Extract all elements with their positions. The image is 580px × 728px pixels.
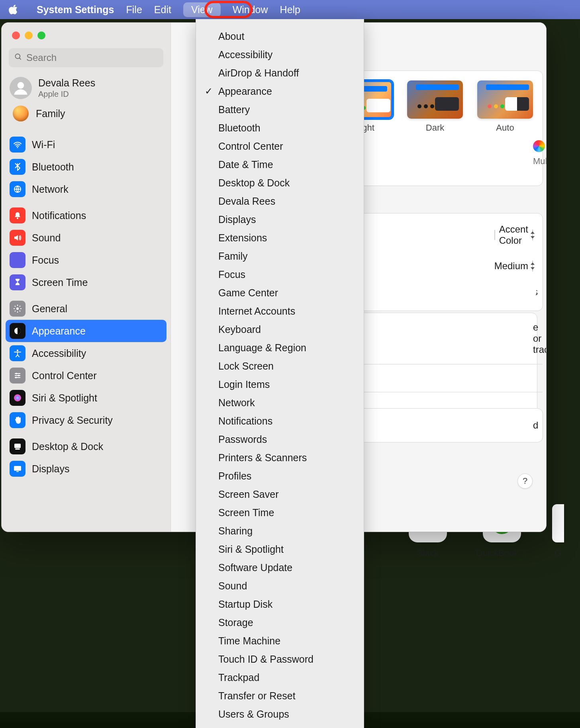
close-window-button[interactable] (12, 31, 20, 39)
svg-rect-13 (14, 444, 21, 448)
sidebar-item-label: Displays (32, 463, 69, 475)
svg-point-5 (17, 217, 18, 219)
menubar-item-file[interactable]: File (126, 4, 142, 16)
sidebar-item-notifications[interactable]: Notifications (6, 204, 167, 227)
sidebar-item-label: Privacy & Security (32, 415, 113, 426)
menu-item[interactable]: Accessibility (196, 45, 364, 64)
partial-app-icon (552, 504, 564, 542)
scrollbar-option-row[interactable] (350, 364, 543, 392)
menu-item[interactable]: Users & Groups (196, 705, 364, 723)
sidebar-item-privacy[interactable]: Privacy & Security (6, 409, 167, 431)
menu-item[interactable]: Storage (196, 613, 364, 632)
sidebar-item-bluetooth[interactable]: Bluetooth (6, 156, 167, 178)
menu-item[interactable]: Login Items (196, 375, 364, 393)
menu-item[interactable]: Displays (196, 210, 364, 229)
account-name: Devala Rees (38, 77, 95, 89)
menu-item[interactable]: Internet Accounts (196, 302, 364, 320)
account-sub: Apple ID (38, 90, 95, 99)
menu-item[interactable]: Language & Region (196, 339, 364, 357)
svg-point-12 (14, 394, 21, 401)
menubar-item-view[interactable]: View (183, 2, 221, 17)
menu-item[interactable]: Passwords (196, 430, 364, 448)
sidebar-item-family[interactable]: Family (2, 103, 170, 127)
menu-item[interactable]: Devala Rees (196, 192, 364, 210)
menu-item[interactable]: Focus (196, 265, 364, 284)
sidebar-item-wifi[interactable]: Wi-Fi (6, 133, 167, 156)
gear-icon (10, 301, 25, 317)
search-input[interactable] (25, 52, 158, 64)
menu-item[interactable]: Time Machine (196, 632, 364, 650)
menu-item[interactable]: Family (196, 247, 364, 265)
sidebar-icon-size-value: Medium (494, 260, 528, 272)
highlight-color-stepper[interactable] (532, 229, 533, 241)
menu-item[interactable]: About (196, 27, 364, 45)
menu-item[interactable]: Trackpad (196, 668, 364, 687)
sidebar-item-appearance[interactable]: Appearance (6, 320, 167, 342)
menu-item[interactable]: Software Update (196, 558, 364, 577)
menu-item[interactable]: Screen Time (196, 503, 364, 522)
menu-item[interactable]: Keyboard (196, 320, 364, 339)
menu-overflow-chevron-icon[interactable] (196, 723, 364, 728)
menubar-item-help[interactable]: Help (280, 4, 300, 16)
minimize-window-button[interactable] (25, 31, 33, 39)
apple-icon[interactable] (9, 4, 18, 15)
a11y-icon (10, 345, 25, 361)
appearance-mode-auto[interactable] (477, 80, 533, 119)
sidebar-item-network[interactable]: Network (6, 178, 167, 200)
menu-item[interactable]: Extensions (196, 229, 364, 247)
sliders-icon (10, 368, 25, 384)
sidebar-item-accessibility[interactable]: Accessibility (6, 342, 167, 364)
sidebar-item-general[interactable]: General (6, 297, 167, 320)
help-button[interactable]: ? (517, 474, 533, 489)
menu-item[interactable]: Siri & Spotlight (196, 540, 364, 558)
menu-item[interactable]: Appearance (196, 82, 364, 100)
sidebar-item-displays[interactable]: Displays (6, 458, 167, 480)
menu-item[interactable]: Printers & Scanners (196, 448, 364, 467)
menu-item[interactable]: Date & Time (196, 155, 364, 174)
sidebar-item-sound[interactable]: Sound (6, 227, 167, 249)
accent-color-options (533, 140, 547, 152)
svg-point-11 (15, 377, 17, 378)
sidebar-item-screen-time[interactable]: Screen Time (6, 271, 167, 294)
sidebar-item-focus[interactable]: Focus (6, 249, 167, 271)
menu-item[interactable]: Touch ID & Password (196, 650, 364, 668)
sidebar-item-label: Accessibility (32, 348, 86, 359)
menubar-item-edit[interactable]: Edit (154, 4, 171, 16)
menu-item[interactable]: Profiles (196, 467, 364, 485)
menu-item[interactable]: Battery (196, 100, 364, 119)
search-field[interactable] (9, 48, 163, 67)
sidebar-item-desktop-dock[interactable]: Desktop & Dock (6, 435, 167, 458)
menu-item[interactable]: Game Center (196, 284, 364, 302)
scrollbar-option-row[interactable]: e or trackpad (350, 313, 543, 364)
menu-item[interactable]: Startup Disk (196, 595, 364, 613)
sidebar-icon-size-stepper[interactable] (532, 260, 533, 272)
menu-item[interactable]: Transfer or Reset (196, 687, 364, 705)
sidebar-item-siri[interactable]: Siri & Spotlight (6, 387, 167, 409)
menubar-app-name[interactable]: System Settings (37, 4, 114, 16)
menubar-item-window[interactable]: Window (233, 4, 268, 16)
menu-item[interactable]: Control Center (196, 137, 364, 155)
svg-rect-16 (16, 471, 19, 472)
sidebar-item-control-center[interactable]: Control Center (6, 364, 167, 387)
sidebar-account[interactable]: Devala Rees Apple ID (2, 70, 170, 103)
menu-item[interactable]: Network (196, 393, 364, 412)
menu-item[interactable]: Lock Screen (196, 357, 364, 375)
menu-item[interactable]: Sound (196, 577, 364, 595)
menu-item[interactable]: Screen Saver (196, 485, 364, 503)
menu-item[interactable]: Sharing (196, 522, 364, 540)
svg-point-2 (18, 82, 24, 89)
menu-item[interactable]: Bluetooth (196, 119, 364, 137)
appearance-mode-dark[interactable] (407, 80, 463, 119)
row-text-fragment: d (533, 420, 538, 431)
speaker-icon (10, 230, 25, 246)
menu-item[interactable]: Notifications (196, 412, 364, 430)
appearance-mode-card: Light Dark Auto Mult (349, 70, 543, 186)
menu-item[interactable]: AirDrop & Handoff (196, 64, 364, 82)
zoom-window-button[interactable] (37, 31, 45, 39)
display-icon (10, 461, 25, 477)
sidebar-item-label: Screen Time (32, 277, 88, 288)
dock-item-partial[interactable]: G (552, 504, 564, 558)
row-text-fragment: e or trackpad (533, 322, 547, 355)
accent-color-multicolor[interactable] (533, 140, 545, 152)
menu-item[interactable]: Desktop & Dock (196, 174, 364, 192)
